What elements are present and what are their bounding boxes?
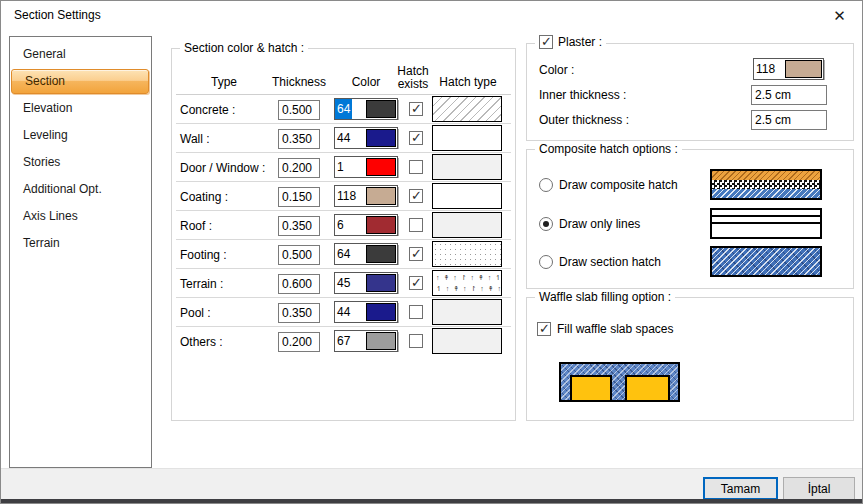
color-index: 118 <box>754 59 784 79</box>
col-hatch-type: Hatch type <box>434 75 502 89</box>
hatch-exists-checkbox[interactable] <box>409 305 423 319</box>
hatch-type-preview[interactable] <box>432 270 502 296</box>
title-bar: Section Settings ✕ <box>1 1 862 31</box>
color-picker[interactable]: 1 <box>334 156 398 178</box>
hatch-type-preview[interactable] <box>432 241 502 267</box>
radio-draw-composite-hatch[interactable]: Draw composite hatch <box>539 178 678 192</box>
hatch-exists-checkbox[interactable] <box>409 334 423 348</box>
hatch-exists-checkbox[interactable] <box>409 131 423 145</box>
table-row-pool: Pool : 44 <box>176 298 511 327</box>
hatch-exists-checkbox[interactable] <box>409 218 423 232</box>
hatch-exists-checkbox[interactable] <box>409 189 423 203</box>
window-bottom-edge <box>1 499 862 503</box>
color-swatch <box>366 100 396 118</box>
thickness-input[interactable] <box>278 216 320 236</box>
color-index: 118 <box>335 186 365 206</box>
sidebar: General Section Elevation Leveling Stori… <box>9 36 152 468</box>
hatch-type-preview[interactable] <box>432 328 502 354</box>
color-swatch <box>366 245 396 263</box>
composite-hatch-preview <box>710 169 822 200</box>
plaster-color-picker[interactable]: 118 <box>753 58 824 80</box>
sidebar-item-axis-lines[interactable]: Axis Lines <box>10 203 151 230</box>
hatch-type-preview[interactable] <box>432 96 502 122</box>
color-index: 64 <box>335 244 365 264</box>
color-picker[interactable]: 44 <box>334 127 398 149</box>
radio-icon <box>539 217 553 231</box>
color-picker[interactable]: 118 <box>334 185 398 207</box>
sidebar-item-general[interactable]: General <box>10 41 151 68</box>
sidebar-item-section[interactable]: Section <box>11 69 149 94</box>
thickness-input[interactable] <box>278 303 320 323</box>
thickness-input[interactable] <box>278 274 320 294</box>
inner-thickness-label: Inner thickness : <box>539 88 626 102</box>
sidebar-item-additional-opt[interactable]: Additional Opt. <box>10 176 151 203</box>
fill-waffle-checkbox-row[interactable]: Fill waffle slab spaces <box>537 322 674 336</box>
table-row-footing: Footing : 64 <box>176 240 511 269</box>
hatch-exists-checkbox[interactable] <box>409 160 423 174</box>
color-picker[interactable]: 44 <box>334 301 398 323</box>
row-label: Door / Window : <box>180 161 265 175</box>
col-type: Type <box>192 75 256 89</box>
radio-draw-only-lines[interactable]: Draw only lines <box>539 217 640 231</box>
ok-button[interactable]: Tamam <box>703 477 778 500</box>
col-hatch-exists: Hatchexists <box>390 65 436 91</box>
sidebar-item-leveling[interactable]: Leveling <box>10 122 151 149</box>
sidebar-item-elevation[interactable]: Elevation <box>10 95 151 122</box>
section-color-hatch-group: Section color & hatch : Type Thickness C… <box>171 48 516 421</box>
hatch-exists-checkbox[interactable] <box>409 276 423 290</box>
color-swatch <box>366 303 396 321</box>
hatch-exists-checkbox[interactable] <box>409 247 423 261</box>
window-title: Section Settings <box>14 8 101 22</box>
hatch-type-preview[interactable] <box>432 299 502 325</box>
plaster-header: Plaster : <box>535 35 606 49</box>
row-label: Others : <box>180 335 223 349</box>
sidebar-item-stories[interactable]: Stories <box>10 149 151 176</box>
thickness-input[interactable] <box>278 245 320 265</box>
waffle-fill-right <box>625 375 670 400</box>
group-label: Composite hatch options : <box>535 142 682 156</box>
table-row-door-window: Door / Window : 1 <box>176 153 511 182</box>
group-label: Section color & hatch : <box>180 41 308 55</box>
plaster-color-label: Color : <box>539 63 574 77</box>
row-label: Footing : <box>180 248 227 262</box>
color-swatch <box>366 129 396 147</box>
only-lines-preview <box>710 208 822 239</box>
hatch-type-preview[interactable] <box>432 125 502 151</box>
table-row-terrain: Terrain : 45 <box>176 269 511 298</box>
radio-draw-section-hatch[interactable]: Draw section hatch <box>539 255 661 269</box>
color-swatch <box>366 216 396 234</box>
hatch-type-preview[interactable] <box>432 212 502 238</box>
waffle-slab-group: Waffle slab filling option : Fill waffle… <box>526 297 854 421</box>
hatch-type-preview[interactable] <box>432 183 502 209</box>
color-picker[interactable]: 64 <box>334 243 398 265</box>
hatch-exists-checkbox[interactable] <box>409 102 423 116</box>
thickness-input[interactable] <box>278 129 320 149</box>
color-swatch <box>366 332 396 350</box>
thickness-input[interactable] <box>278 100 320 120</box>
table-row-coating: Coating : 118 <box>176 182 511 211</box>
cancel-button[interactable]: İptal <box>783 477 855 500</box>
color-index: 44 <box>335 128 365 148</box>
thickness-input[interactable] <box>278 158 320 178</box>
hatch-type-preview[interactable] <box>432 154 502 180</box>
color-picker[interactable]: 64 <box>334 98 398 120</box>
outer-thickness-input[interactable] <box>751 110 827 130</box>
inner-thickness-input[interactable] <box>751 85 827 105</box>
row-label: Roof : <box>180 219 212 233</box>
sidebar-item-terrain[interactable]: Terrain <box>10 230 151 257</box>
plaster-checkbox[interactable] <box>539 35 553 49</box>
table-row-others: Others : 67 <box>176 327 511 356</box>
composite-hatch-group: Composite hatch options : Draw composite… <box>526 149 854 289</box>
color-index: 64 <box>335 99 352 119</box>
close-icon[interactable]: ✕ <box>817 1 862 31</box>
thickness-input[interactable] <box>278 187 320 207</box>
radio-icon <box>539 178 553 192</box>
color-picker[interactable]: 67 <box>334 330 398 352</box>
row-label: Concrete : <box>180 103 235 117</box>
checkbox-icon <box>537 322 551 336</box>
color-picker[interactable]: 6 <box>334 214 398 236</box>
color-picker[interactable]: 45 <box>334 272 398 294</box>
thickness-input[interactable] <box>278 332 320 352</box>
color-swatch <box>785 60 822 78</box>
row-label: Pool : <box>180 306 211 320</box>
